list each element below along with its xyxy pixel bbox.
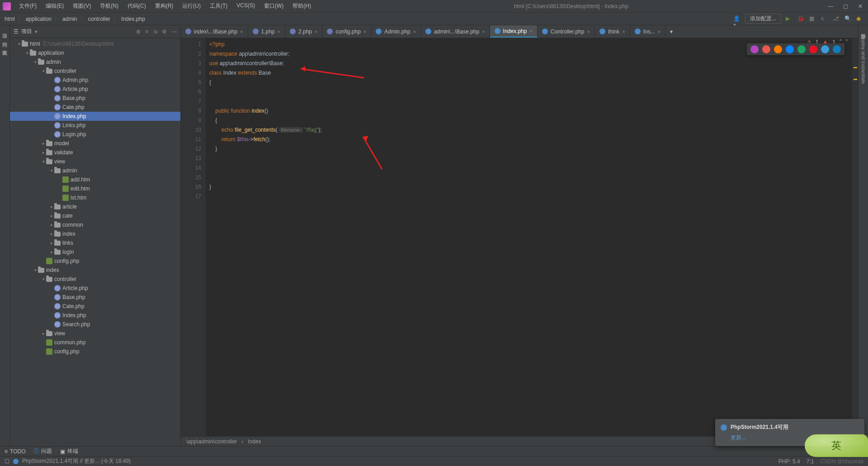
editor-tab[interactable]: admin\...\Base.php× — [421, 25, 490, 38]
tree-arrow-icon[interactable]: ▾ — [16, 42, 22, 46]
browser-icon[interactable] — [821, 45, 829, 53]
editor-tab[interactable]: Index.php× — [490, 25, 538, 38]
hide-icon[interactable]: — — [171, 29, 177, 35]
settings-icon[interactable]: ◉ — [856, 15, 863, 23]
tree-folder[interactable]: ▾admin — [10, 57, 180, 67]
tree-file[interactable]: Base.php — [10, 293, 180, 302]
tree-folder[interactable]: ▾controller — [10, 67, 180, 76]
close-tab-icon[interactable]: × — [587, 29, 590, 34]
tree-folder[interactable]: ▸article — [10, 202, 180, 211]
line-number[interactable]: 3 — [181, 59, 201, 68]
code-line[interactable] — [209, 154, 852, 163]
tree-folder[interactable]: ▾htmlC:\Users\86135\Desktop\html — [10, 39, 180, 48]
tool-button[interactable]: Deploy and Instantiate — [861, 34, 866, 84]
tree-folder[interactable]: ▸links — [10, 238, 180, 247]
project-tree[interactable]: ▾htmlC:\Users\86135\Desktop\html▾applica… — [10, 38, 180, 446]
menu-item[interactable]: VCS(S) — [233, 0, 259, 12]
line-number[interactable]: 10 — [181, 125, 201, 135]
collapse-icon[interactable]: ⇲ — [153, 29, 157, 35]
tree-file[interactable]: edit.htm — [10, 184, 180, 193]
maximize-icon[interactable]: ▢ — [843, 3, 848, 10]
editor-tab[interactable]: think× — [595, 25, 630, 38]
tree-arrow-icon[interactable]: ▸ — [41, 141, 46, 146]
tree-file[interactable]: common.php — [10, 338, 180, 347]
browser-icon[interactable] — [809, 45, 817, 53]
breadcrumb-item[interactable]: admin — [62, 16, 77, 22]
tree-file[interactable]: Article.php — [10, 284, 180, 293]
menu-item[interactable]: 代码(C) — [124, 0, 150, 12]
tree-file[interactable]: Index.php — [10, 112, 180, 121]
menu-item[interactable]: 编辑(E) — [42, 0, 67, 12]
todo-tool-button[interactable]: ≡TODO — [5, 448, 25, 455]
editor-tab[interactable]: config.php× — [322, 25, 371, 38]
menu-item[interactable]: 工具(T) — [206, 0, 231, 12]
editor-tab[interactable]: 2.php× — [285, 25, 322, 38]
line-number[interactable]: 4 — [181, 68, 201, 78]
line-number[interactable]: 12 — [181, 144, 201, 154]
editor-tab[interactable]: Controller.php× — [538, 25, 595, 38]
browser-icon[interactable] — [786, 45, 794, 53]
line-number[interactable]: 13 — [181, 154, 201, 163]
tree-folder[interactable]: ▾index — [10, 266, 180, 275]
code-line[interactable]: } — [209, 144, 852, 154]
tree-folder[interactable]: ▸index — [10, 229, 180, 238]
code-line[interactable] — [209, 173, 852, 182]
coverage-icon[interactable]: ▦ — [809, 15, 816, 23]
close-icon[interactable]: ✕ — [858, 3, 863, 10]
tree-file[interactable]: Index.php — [10, 311, 180, 320]
browser-icon[interactable] — [833, 45, 841, 53]
code-line[interactable]: use app\admin\controller\Base; — [209, 59, 852, 68]
tree-folder[interactable]: ▾controller — [10, 275, 180, 284]
close-tab-icon[interactable]: × — [622, 29, 625, 34]
tree-arrow-icon[interactable]: ▸ — [49, 204, 54, 209]
line-number[interactable]: 6 — [181, 87, 201, 97]
close-tab-icon[interactable]: × — [278, 29, 280, 34]
code-line[interactable]: { — [209, 116, 852, 125]
code-line[interactable]: } — [209, 182, 852, 192]
line-number[interactable]: 8 — [181, 106, 201, 116]
problems-tool-button[interactable]: ⓘ问题 — [33, 447, 52, 455]
crumb-namespace[interactable]: \app\admin\controller — [186, 438, 237, 445]
tree-file[interactable]: Links.php — [10, 121, 180, 130]
tree-arrow-icon[interactable]: ▸ — [49, 232, 54, 236]
tree-arrow-icon[interactable]: ▾ — [33, 268, 38, 272]
line-number[interactable]: 14 — [181, 163, 201, 173]
close-tab-icon[interactable]: × — [240, 29, 243, 34]
breadcrumb-item[interactable]: html — [5, 16, 15, 22]
tree-folder[interactable]: ▾application — [10, 48, 180, 57]
terminal-tool-button[interactable]: ▣终端 — [60, 447, 78, 455]
menu-item[interactable]: 导航(N) — [96, 0, 122, 12]
code-line[interactable] — [209, 163, 852, 173]
tree-arrow-icon[interactable]: ▾ — [41, 159, 46, 164]
crumb-class[interactable]: Index — [248, 438, 261, 445]
close-tab-icon[interactable]: × — [482, 29, 485, 34]
tab-overflow-icon[interactable]: ▾ — [670, 29, 673, 35]
tree-folder[interactable]: ▸validate — [10, 148, 180, 157]
next-highlight-icon[interactable]: ˅ — [845, 39, 848, 45]
tree-folder[interactable]: ▸model — [10, 139, 180, 148]
debug-icon[interactable]: 🐞 — [797, 15, 805, 23]
line-number[interactable]: 17 — [181, 192, 201, 201]
add-configuration-button[interactable]: 添加配置... — [745, 14, 781, 24]
breadcrumb-item[interactable]: controller — [88, 16, 110, 22]
tree-file[interactable]: Login.php — [10, 130, 180, 139]
code-content[interactable]: <?phpnamespace app\admin\controller;use … — [206, 38, 852, 436]
line-number[interactable]: 16 — [181, 182, 201, 192]
browser-icon[interactable] — [750, 45, 759, 53]
line-number[interactable]: 15 — [181, 173, 201, 182]
gear-icon[interactable]: ⚙ — [162, 29, 167, 35]
code-line[interactable]: echo file_get_contents( filename: "/flag… — [209, 125, 852, 135]
menu-item[interactable]: 窗口(W) — [260, 0, 287, 12]
line-number[interactable]: 2 — [181, 49, 201, 59]
line-number[interactable]: 5 — [181, 78, 201, 87]
tree-arrow-icon[interactable]: ▸ — [49, 223, 54, 227]
tree-file[interactable]: lst.htm — [10, 193, 180, 202]
tree-arrow-icon[interactable]: ▾ — [41, 277, 46, 281]
close-tab-icon[interactable]: × — [315, 29, 317, 34]
menu-item[interactable]: 重构(R) — [151, 0, 177, 12]
tree-file[interactable]: Cate.php — [10, 302, 180, 311]
caret-position[interactable]: 7:1 — [807, 458, 814, 465]
tree-arrow-icon[interactable]: ▾ — [41, 69, 46, 73]
editor-tab[interactable]: index\...\Base.php× — [181, 25, 248, 38]
tree-file[interactable]: config.php — [10, 257, 180, 266]
